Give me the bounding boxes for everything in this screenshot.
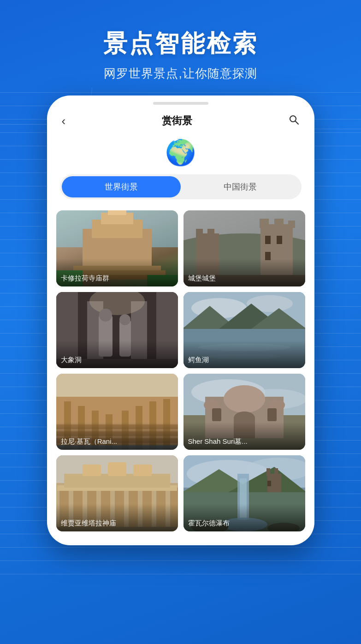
- svg-rect-97: [267, 481, 271, 486]
- svg-rect-16: [207, 229, 214, 236]
- grid-item-tomb[interactable]: Sher Shah Suri墓...: [183, 374, 305, 450]
- main-title: 景点智能检索: [9, 28, 352, 60]
- grid-item-overlay: 霍瓦尔德瀑布: [183, 504, 305, 531]
- phone-mockup: ‹ 赏街景 🌍 世界街景 中国街景: [47, 95, 314, 545]
- tab-china-street[interactable]: 中国街景: [181, 176, 300, 197]
- page-background: 景点智能检索 网罗世界景点,让你随意探测 ‹ 赏街景 🌍 世界街景 中: [0, 0, 361, 644]
- back-button[interactable]: ‹: [60, 113, 68, 129]
- grid-item-overlay: 大象洞: [56, 340, 178, 368]
- grid-item-label: 城堡城堡: [188, 274, 216, 283]
- phone-top-bar: [47, 95, 314, 105]
- globe-icon: 🌍: [165, 138, 196, 167]
- grid-item-label: 大象洞: [61, 356, 82, 364]
- svg-rect-96: [274, 468, 278, 476]
- svg-point-34: [119, 314, 130, 325]
- grid-item-temple[interactable]: 卡修拉荷寺庙群: [56, 210, 178, 286]
- svg-line-1: [296, 121, 299, 125]
- sub-title: 网罗世界景点,让你随意探测: [9, 66, 352, 82]
- svg-rect-20: [288, 221, 295, 228]
- svg-rect-21: [265, 236, 271, 244]
- svg-rect-45: [56, 374, 178, 397]
- svg-rect-87: [133, 465, 152, 476]
- grid-item-overlay: 拉尼·基瓦（Rani...: [56, 422, 178, 450]
- grid-item-overlay: 鳄鱼湖: [183, 340, 305, 368]
- svg-rect-6: [108, 210, 126, 215]
- app-header: ‹ 赏街景: [47, 105, 314, 133]
- svg-rect-15: [196, 229, 203, 238]
- svg-rect-18: [260, 219, 269, 228]
- globe-container: 🌍: [47, 133, 314, 174]
- grid-item-overlay: 城堡城堡: [183, 259, 305, 286]
- grid-item-label: 拉尼·基瓦（Rani...: [61, 437, 118, 446]
- grid-item-waterfall[interactable]: 霍瓦尔德瀑布: [183, 455, 305, 531]
- grid-item-castle[interactable]: 城堡城堡: [183, 210, 305, 286]
- svg-rect-65: [224, 397, 265, 401]
- grid-item-stepwell[interactable]: 拉尼·基瓦（Rani...: [56, 374, 178, 450]
- grid-item-label: 维贾亚维塔拉神庙: [61, 519, 116, 528]
- svg-rect-85: [83, 465, 101, 476]
- grid-item-cave[interactable]: 大象洞: [56, 292, 178, 368]
- attractions-grid: 卡修拉荷寺庙群: [47, 210, 314, 531]
- grid-item-overlay: 卡修拉荷寺庙群: [56, 259, 178, 286]
- svg-rect-19: [274, 219, 284, 228]
- grid-item-label: 霍瓦尔德瀑布: [188, 519, 230, 528]
- grid-item-lake[interactable]: 鳄鱼湖: [183, 292, 305, 368]
- search-icon[interactable]: [286, 112, 301, 130]
- grid-item-vittala[interactable]: 维贾亚维塔拉神庙: [56, 455, 178, 531]
- header-area: 景点智能检索 网罗世界景点,让你随意探测: [0, 0, 361, 95]
- svg-rect-22: [277, 236, 282, 244]
- svg-rect-70: [212, 408, 221, 421]
- grid-item-label: 卡修拉荷寺庙群: [61, 274, 109, 283]
- grid-item-label: 鳄鱼湖: [188, 356, 209, 364]
- grid-item-overlay: 维贾亚维塔拉神庙: [56, 504, 178, 531]
- svg-rect-95: [266, 468, 270, 476]
- tab-world-street[interactable]: 世界街景: [62, 176, 181, 197]
- phone-notch: [153, 102, 208, 105]
- app-title: 赏街景: [162, 114, 192, 128]
- svg-rect-71: [267, 408, 277, 421]
- grid-item-overlay: Sher Shah Suri墓...: [183, 422, 305, 450]
- svg-point-32: [99, 309, 112, 322]
- svg-rect-86: [108, 462, 126, 476]
- grid-item-label: Sher Shah Suri墓...: [188, 437, 248, 446]
- tabs-container: 世界街景 中国街景: [60, 174, 302, 199]
